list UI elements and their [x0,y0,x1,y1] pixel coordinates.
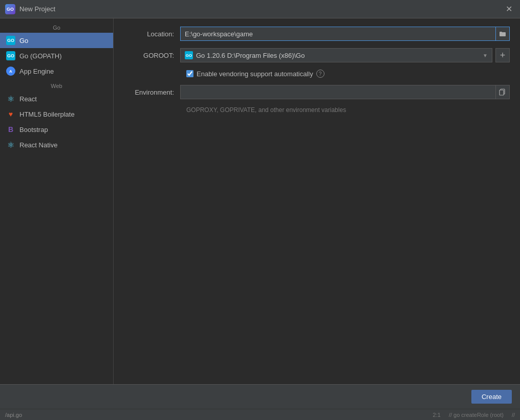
status-file: /api.go [5,412,433,418]
sidebar: Go GO Go GO Go (GOPATH) A [0,18,114,384]
sidebar-item-go-gopath-label: Go (GOPATH) [19,52,62,60]
html5-icon: ♥ [6,109,15,119]
environment-input[interactable] [180,85,495,99]
goroot-select-group: GO Go 1.20.6 D:\Program Files (x86)\Go ▼… [180,48,510,62]
svg-rect-5 [500,90,504,95]
app-icon: GO [5,4,15,14]
svg-rect-2 [500,32,506,36]
svg-text:A: A [9,69,12,74]
location-field [180,27,510,41]
create-button[interactable]: Create [471,390,512,404]
sidebar-item-html5[interactable]: ♥ HTML5 Boilerplate [0,106,113,122]
sidebar-section-go: Go [0,20,113,33]
title-bar: GO New Project ✕ [0,0,520,18]
environment-field [180,85,510,99]
sidebar-item-go-gopath[interactable]: GO Go (GOPATH) [0,48,113,63]
location-label: Location: [124,30,180,38]
new-project-dialog: GO New Project ✕ Go GO Go GO Go (GOPATH) [0,0,520,420]
location-row: Location: [124,27,510,41]
dialog-title: New Project [19,5,503,13]
goroot-row: GOROOT: GO Go 1.20.6 D:\Program Files (x… [124,48,510,62]
sidebar-item-react-native[interactable]: ⚛ React Native [0,137,113,152]
right-panel: Location: GOROOT: [114,18,520,384]
go-icon: GO [6,36,15,45]
sidebar-item-bootstrap[interactable]: B Bootstrap [0,122,113,137]
environment-copy-button[interactable] [495,85,510,99]
goroot-value: Go 1.20.6 D:\Program Files (x86)\Go [196,52,305,59]
vendoring-label: Enable vendoring support automatically [197,70,313,78]
status-info1: // go createRole (root) [449,412,504,418]
environment-input-group [180,85,510,99]
react-icon: ⚛ [6,94,15,103]
svg-rect-3 [500,32,502,33]
vendoring-help-icon[interactable]: ? [316,70,324,78]
react-native-icon: ⚛ [6,140,15,149]
main-content: Go GO Go GO Go (GOPATH) A [0,18,520,384]
select-dropdown-icon: ▼ [483,53,488,58]
vendoring-checkbox[interactable] [186,70,193,77]
sidebar-item-react-native-label: React Native [19,141,57,149]
sidebar-item-go[interactable]: GO Go [0,33,113,48]
location-input-group [180,27,510,41]
app-engine-icon: A [6,67,15,76]
bottom-bar: Create [0,384,520,409]
gopher-icon: GO [185,51,193,59]
goroot-label: GOROOT: [124,52,180,59]
sidebar-section-web: Web [0,79,113,91]
vendoring-row: Enable vendoring support automatically ? [186,70,510,78]
environment-row: Environment: [124,85,510,99]
environment-label: Environment: [124,89,180,96]
goroot-field: GO Go 1.20.6 D:\Program Files (x86)\Go ▼… [180,48,510,62]
close-button[interactable]: ✕ [503,3,515,15]
location-input[interactable] [180,27,495,41]
sidebar-item-react[interactable]: ⚛ React [0,91,113,106]
goroot-add-button[interactable]: + [495,48,510,62]
sidebar-item-app-engine[interactable]: A App Engine [0,63,113,79]
sidebar-item-react-label: React [19,95,37,103]
go-gopath-icon: GO [6,51,15,60]
sidebar-item-bootstrap-label: Bootstrap [19,126,48,134]
status-right: 2:1 // go createRole (root) // [433,412,515,418]
status-bar: /api.go 2:1 // go createRole (root) // [0,409,520,420]
sidebar-item-html5-label: HTML5 Boilerplate [19,110,75,118]
status-position: 2:1 [433,412,441,418]
status-info2: // [512,412,515,418]
bootstrap-icon: B [6,125,15,134]
folder-icon [499,30,506,37]
goroot-select[interactable]: GO Go 1.20.6 D:\Program Files (x86)\Go ▼ [180,48,492,62]
sidebar-item-app-engine-label: App Engine [19,68,54,75]
location-browse-button[interactable] [495,27,510,41]
sidebar-item-go-label: Go [19,37,28,45]
copy-icon [499,89,506,96]
environment-hint: GOPROXY, GOPRIVATE, and other environmen… [186,106,510,114]
